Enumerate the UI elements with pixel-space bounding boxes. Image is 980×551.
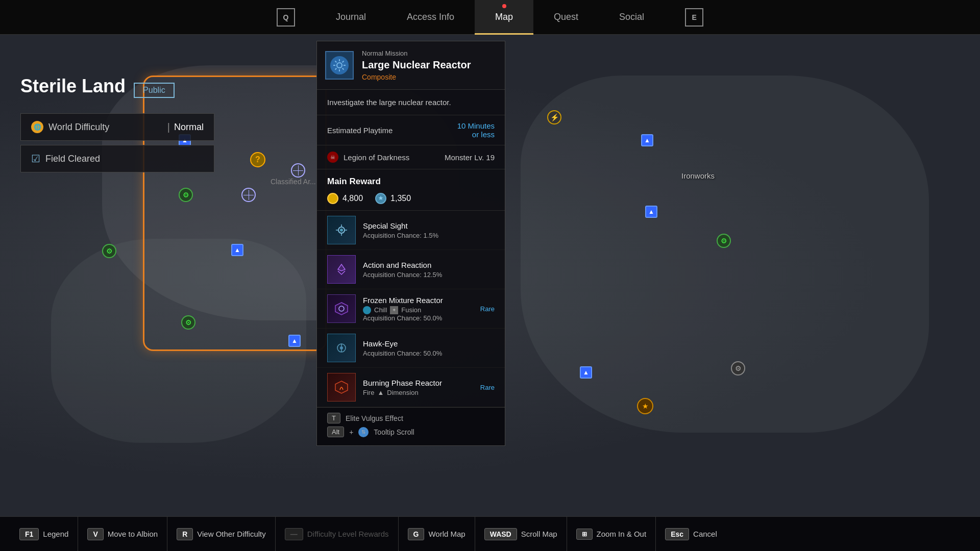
enemy-name: Legion of Darkness [344,153,409,162]
bottom-key-v: V [87,528,103,540]
tip-scroll-label: Tooltip Scroll [374,428,414,436]
map-marker-nav-right-1[interactable]: ▲ [641,134,653,146]
tip-tooltip-scroll: Alt + ⇅ Tooltip Scroll [327,427,495,437]
tip-alt-key: Alt [327,427,344,437]
map-marker-gear-2[interactable]: ⚙ [181,315,195,330]
bottom-difficulty-rewards: — Difficulty Level Rewards [276,517,399,551]
nav-quest[interactable]: Quest [533,0,599,35]
bottom-scroll-map[interactable]: WASD Scroll Map [475,517,567,551]
reward-tags-burning-phase: Fire ▲ Dimension [363,389,495,396]
reward-icon-action-reaction [327,255,356,284]
public-badge: Public [134,83,175,98]
bottom-label-view-difficulty: View Other Difficulty [197,530,266,538]
divider-icon: | [167,121,170,133]
svg-point-2 [340,229,343,232]
svg-point-0 [337,63,342,68]
enemy-row: ☠ Legion of Darkness Monster Lv. 19 [317,145,505,169]
reward-item-special-sight: Special Sight Acquisition Chance: 1.5% [317,211,505,250]
map-marker-nav-right-3[interactable]: ▲ [580,366,592,379]
bottom-label-world-map: World Map [428,530,465,538]
reward-name-frozen-mixture: Frozen Mixture Reactor [363,296,495,305]
reward-name-burning-phase: Burning Phase Reactor [363,379,495,387]
map-marker-nav-2[interactable]: ▲ [231,244,243,256]
world-difficulty-label: World Difficulty [48,122,109,133]
reward-item-burning-phase: Burning Phase Reactor Fire ▲ Dimension R… [317,368,505,407]
tip-t-key: T [327,413,340,423]
reward-name-action-reaction: Action and Reaction [363,261,495,269]
map-marker-gear-1[interactable]: ⚙ [179,188,193,202]
tip-plus: + [349,428,353,436]
chill-tag-icon [363,306,371,314]
field-cleared-label: Field Cleared [45,154,100,164]
map-marker-misc[interactable]: ⚙ [731,361,745,375]
nav-journal[interactable]: Journal [315,0,386,35]
mission-icon [325,51,354,80]
map-marker-gear-3[interactable]: ⚙ [102,244,116,258]
map-marker-nav-3[interactable]: ▲ [288,335,301,347]
rare-badge-frozen-mixture: Rare [480,305,495,313]
reward-icon-hawk-eye [327,334,356,362]
reward-name-special-sight: Special Sight [363,221,495,230]
nav-q-key[interactable]: Q [256,0,315,35]
reward-tags-frozen-mixture: Chill ✦ Fusion [363,306,495,314]
field-cleared-row: ☑ Field Cleared [20,145,214,172]
reward-item-action-reaction: Action and Reaction Acquisition Chance: … [317,250,505,289]
bottom-key-r: R [177,528,193,540]
fusion-tag-icon: ✦ [390,306,398,314]
map-marker-question[interactable]: ? [250,152,265,167]
enemy-icon: ☠ [327,152,338,163]
world-icon: 🌐 [31,121,43,133]
silver-currency: 1,350 [375,193,411,204]
rare-badge-burning-phase: Rare [480,384,495,391]
bottom-label-zoom: Zoom In & Out [597,530,647,538]
map-marker-gold[interactable]: ★ [637,398,653,414]
reward-chance-special-sight: Acquisition Chance: 1.5% [363,232,495,239]
scroll-icon: ⇅ [358,427,369,437]
bottom-key-g: G [408,528,425,540]
gold-currency: 4,800 [327,193,363,204]
bottom-key-disabled: — [285,528,303,540]
bottom-world-map[interactable]: G World Map [399,517,475,551]
world-difficulty-row: 🌐 World Difficulty | Normal [20,113,214,141]
nav-e-key[interactable]: E [665,0,724,35]
nav-social[interactable]: Social [599,0,665,35]
silver-amount: 1,350 [390,194,411,203]
bottom-legend[interactable]: F1 Legend [10,517,78,551]
playtime-row: Estimated Playtime 10 Minutesor less [317,115,505,145]
reward-item-frozen-mixture: Frozen Mixture Reactor Chill ✦ Fusion Ac… [317,289,505,329]
map-marker-crosshair-2[interactable] [241,188,256,202]
gold-coin-icon [327,193,338,204]
map-marker-special-1[interactable]: ⚡ [547,110,561,124]
reward-name-hawk-eye: Hawk-Eye [363,339,495,348]
nav-map[interactable]: Map [475,0,533,35]
reward-icon-frozen-mixture [327,294,356,323]
bottom-zoom[interactable]: ⊞ Zoom In & Out [567,517,656,551]
bottom-view-difficulty[interactable]: R View Other Difficulty [167,517,276,551]
enemy-level: Monster Lv. 19 [445,153,495,162]
reward-currency: 4,800 1,350 [317,191,505,211]
bottom-move-albion[interactable]: V Move to Albion [78,517,167,551]
nav-dot [502,4,506,8]
gold-amount: 4,800 [342,194,363,203]
popup-header: Normal Mission Large Nuclear Reactor Com… [317,41,505,90]
bottom-cancel[interactable]: Esc Cancel [656,517,726,551]
bottom-key-zoom: ⊞ [576,529,593,540]
bottom-key-esc: Esc [665,528,689,540]
top-nav: Q Journal Access Info Map Quest Social E [0,0,980,35]
tip-elite-vulgus: T Elite Vulgus Effect [327,413,495,423]
bottom-bar: F1 Legend V Move to Albion R View Other … [0,516,980,551]
map-marker-nav-right-2[interactable]: ▲ [645,206,657,218]
svg-marker-7 [335,303,348,315]
bottom-key-wasd: WASD [484,528,517,540]
bottom-label-legend: Legend [43,530,68,538]
mission-type: Normal Mission [362,49,471,57]
map-marker-crosshair[interactable] [291,163,305,178]
nav-access-info[interactable]: Access Info [386,0,475,35]
map-marker-gear-right[interactable]: ⚙ [717,234,731,248]
svg-point-10 [340,346,343,349]
bottom-label-difficulty-rewards: Difficulty Level Rewards [307,530,389,538]
left-panel: Sterile Land Public 🌐 World Difficulty |… [20,76,214,177]
reward-item-hawk-eye: Hawk-Eye Acquisition Chance: 50.0% [317,329,505,368]
reward-icon-burning-phase [327,373,356,402]
location-title: Sterile Land [20,76,126,97]
